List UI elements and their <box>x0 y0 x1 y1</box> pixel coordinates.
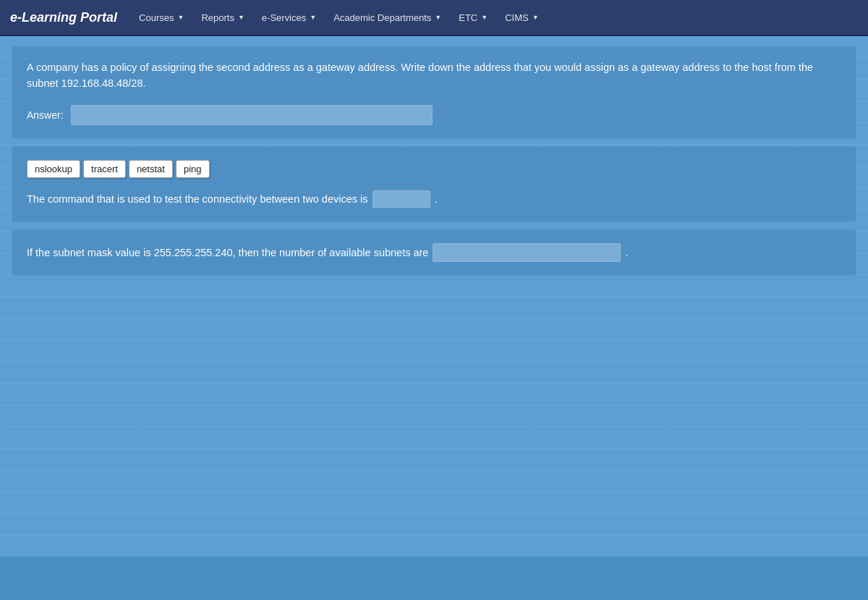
reports-arrow-icon: ▼ <box>238 14 244 21</box>
dnd-chip-netstat[interactable]: netstat <box>129 160 173 178</box>
nav-brand: e-Learning Portal <box>10 10 117 25</box>
nav-reports[interactable]: Reports ▼ <box>194 8 251 28</box>
question-3-block: If the subnet mask value is 255.255.255.… <box>12 229 856 276</box>
nav-cims[interactable]: CIMS ▼ <box>498 8 545 28</box>
nav-academic[interactable]: Academic Departments ▼ <box>326 8 448 28</box>
drop-zone-2[interactable] <box>373 190 430 208</box>
sentence-2-before: The command that is used to test the con… <box>27 190 368 208</box>
nav-courses[interactable]: Courses ▼ <box>132 8 191 28</box>
question-1-block: A company has a policy of assigning the … <box>12 46 856 139</box>
main-content: A company has a policy of assigning the … <box>0 36 868 557</box>
sentence-3-after: . <box>625 243 628 262</box>
courses-arrow-icon: ▼ <box>177 14 184 21</box>
answer-1-input[interactable] <box>71 105 433 125</box>
question-2-block: nslookup tracert netstat ping The comman… <box>12 146 856 222</box>
nav-reports-label: Reports <box>201 12 234 23</box>
navbar: e-Learning Portal Courses ▼ Reports ▼ e-… <box>0 0 868 36</box>
etc-arrow-icon: ▼ <box>481 14 488 21</box>
drop-zone-3[interactable] <box>433 243 621 262</box>
answer-1-row: Answer: <box>27 105 841 125</box>
nav-academic-label: Academic Departments <box>333 12 431 23</box>
nav-etc-label: ETC <box>459 12 477 23</box>
question-3-sentence: If the subnet mask value is 255.255.255.… <box>27 243 841 262</box>
question-2-sentence: The command that is used to test the con… <box>27 190 841 208</box>
nav-cims-label: CIMS <box>505 12 529 23</box>
dnd-options: nslookup tracert netstat ping <box>27 160 841 178</box>
dnd-chip-tracert[interactable]: tracert <box>83 160 126 178</box>
dnd-chip-ping[interactable]: ping <box>176 160 210 178</box>
nav-eservices[interactable]: e-Services ▼ <box>255 8 323 28</box>
answer-1-label: Answer: <box>27 109 64 121</box>
nav-courses-label: Courses <box>139 12 174 23</box>
question-1-text: A company has a policy of assigning the … <box>27 60 841 92</box>
nav-etc[interactable]: ETC ▼ <box>451 8 495 28</box>
dnd-chip-nslookup[interactable]: nslookup <box>27 160 80 178</box>
eservices-arrow-icon: ▼ <box>310 14 316 21</box>
sentence-3-before: If the subnet mask value is 255.255.255.… <box>27 243 428 262</box>
nav-eservices-label: e-Services <box>262 12 306 23</box>
cims-arrow-icon: ▼ <box>532 14 539 21</box>
academic-arrow-icon: ▼ <box>435 14 441 21</box>
sentence-2-after: . <box>435 190 438 208</box>
